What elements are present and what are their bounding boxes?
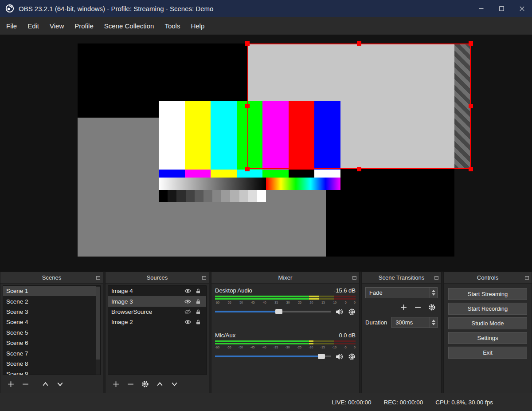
- menu-item-scene-collection[interactable]: Scene Collection: [99, 20, 160, 32]
- scrollbar-thumb[interactable]: [96, 287, 100, 360]
- source-name: Image 4: [111, 288, 182, 294]
- slider-handle[interactable]: [318, 354, 325, 359]
- mute-button[interactable]: [335, 352, 344, 361]
- sources-dock: Sources Image 4 Image 3: [105, 272, 209, 393]
- scene-list-item[interactable]: Scene 1: [3, 286, 100, 296]
- chevron-down-icon[interactable]: [432, 323, 435, 325]
- lock-toggle[interactable]: [193, 288, 203, 294]
- remove-source-button[interactable]: [127, 380, 134, 388]
- audio-settings-button[interactable]: [348, 353, 356, 360]
- scenes-dock-header[interactable]: Scenes: [0, 272, 103, 284]
- tick-label: -20: [309, 301, 313, 304]
- selection-handle-top-right[interactable]: [469, 41, 473, 46]
- dock-float-icon[interactable]: [96, 276, 100, 280]
- chevron-up-icon[interactable]: [432, 320, 435, 322]
- visibility-toggle[interactable]: [182, 308, 193, 315]
- gear-icon: [428, 304, 436, 311]
- menu-item-edit[interactable]: Edit: [22, 20, 44, 32]
- audio-settings-button[interactable]: [348, 308, 356, 316]
- source-name: Image 3: [111, 298, 182, 305]
- source-list-item[interactable]: Image 3: [108, 296, 206, 306]
- mute-button[interactable]: [335, 308, 344, 316]
- scene-list-item[interactable]: Scene 4: [3, 317, 100, 327]
- add-transition-button[interactable]: [400, 304, 407, 311]
- tick-label: -55: [227, 301, 231, 304]
- slider-handle[interactable]: [275, 309, 282, 314]
- spinbox-arrows[interactable]: [430, 317, 437, 328]
- menu-item-help[interactable]: Help: [185, 20, 210, 32]
- visibility-toggle[interactable]: [182, 288, 193, 294]
- source-list-item[interactable]: BrowserSource: [108, 307, 206, 317]
- volume-slider[interactable]: [215, 311, 331, 312]
- grayscale-steps: [159, 190, 266, 202]
- move-scene-down-button[interactable]: [56, 380, 64, 388]
- combo-arrows[interactable]: [430, 288, 437, 298]
- scene-list-item[interactable]: Scene 9: [3, 369, 100, 375]
- dock-float-icon[interactable]: [202, 276, 206, 280]
- volume-slider[interactable]: [215, 356, 331, 357]
- mixer-dock-header[interactable]: Mixer: [211, 272, 359, 284]
- settings-button[interactable]: Settings: [448, 332, 527, 344]
- visibility-toggle[interactable]: [182, 298, 193, 305]
- transitions-dock-header[interactable]: Scene Transitions: [362, 272, 441, 284]
- move-source-up-button[interactable]: [156, 380, 164, 388]
- selection-handle-middle-right[interactable]: [469, 104, 473, 108]
- dock-float-icon[interactable]: [352, 276, 356, 280]
- lock-toggle[interactable]: [193, 319, 203, 325]
- studio-mode-button[interactable]: Studio Mode: [448, 317, 527, 329]
- video-canvas[interactable]: [78, 43, 454, 257]
- close-button[interactable]: [512, 0, 532, 17]
- move-source-down-button[interactable]: [171, 380, 178, 388]
- controls-dock-header[interactable]: Controls: [444, 272, 532, 284]
- transition-select[interactable]: Fade: [365, 287, 438, 298]
- duration-spinbox[interactable]: 300ms: [391, 317, 438, 328]
- source-properties-button[interactable]: [141, 380, 149, 388]
- selection-handle-bottom-right[interactable]: [469, 167, 473, 171]
- scene-list-item[interactable]: Scene 8: [3, 359, 100, 369]
- scene-list-item[interactable]: Scene 7: [3, 348, 100, 358]
- selection-handle-middle-left[interactable]: [245, 104, 250, 108]
- add-source-button[interactable]: [112, 380, 120, 388]
- sources-dock-header[interactable]: Sources: [106, 272, 209, 284]
- selection-handle-bottom-middle[interactable]: [357, 167, 361, 171]
- transition-properties-button[interactable]: [428, 304, 436, 311]
- minimize-button[interactable]: [471, 0, 491, 17]
- selection-handle-bottom-left[interactable]: [245, 167, 250, 171]
- chevron-down-icon[interactable]: [432, 293, 435, 296]
- chevron-up-icon[interactable]: [432, 290, 435, 292]
- menu-item-view[interactable]: View: [44, 20, 69, 32]
- maximize-button[interactable]: [491, 0, 512, 17]
- scene-list-item[interactable]: Scene 5: [3, 328, 100, 338]
- dock-float-icon[interactable]: [525, 276, 529, 280]
- menu-item-file[interactable]: File: [1, 20, 22, 32]
- gear-icon: [348, 353, 356, 360]
- dock-float-icon[interactable]: [434, 276, 438, 280]
- scene-list-item[interactable]: Scene 2: [3, 296, 100, 306]
- menu-item-profile[interactable]: Profile: [69, 20, 99, 32]
- start-streaming-button[interactable]: Start Streaming: [448, 288, 527, 300]
- selection-handle-top-left[interactable]: [245, 41, 250, 46]
- scene-list-item[interactable]: Scene 6: [3, 338, 100, 348]
- start-recording-button[interactable]: Start Recording: [448, 303, 527, 315]
- selection-handle-top-middle[interactable]: [357, 41, 361, 46]
- exit-button[interactable]: Exit: [448, 347, 527, 359]
- duration-label: Duration: [365, 319, 387, 326]
- menu-item-tools[interactable]: Tools: [159, 20, 185, 32]
- scenes-scrollbar[interactable]: [96, 286, 100, 375]
- visibility-toggle[interactable]: [182, 319, 193, 325]
- cast-seg: [289, 170, 315, 178]
- tick-label: -30: [285, 346, 289, 349]
- cast-seg: [185, 170, 211, 178]
- source-list-item[interactable]: Image 4: [108, 286, 206, 296]
- add-scene-button[interactable]: [7, 380, 15, 388]
- lock-toggle[interactable]: [193, 309, 203, 315]
- remove-transition-button[interactable]: [414, 304, 422, 311]
- duration-value: 300ms: [395, 319, 413, 326]
- controls-dock: Controls Start Streaming Start Recording…: [443, 272, 532, 393]
- source-list-item[interactable]: Image 2: [108, 317, 206, 327]
- lock-toggle[interactable]: [193, 299, 203, 304]
- obs-logo-icon: [5, 4, 14, 13]
- remove-scene-button[interactable]: [22, 380, 29, 388]
- scene-list-item[interactable]: Scene 3: [3, 307, 100, 317]
- move-scene-up-button[interactable]: [42, 380, 49, 388]
